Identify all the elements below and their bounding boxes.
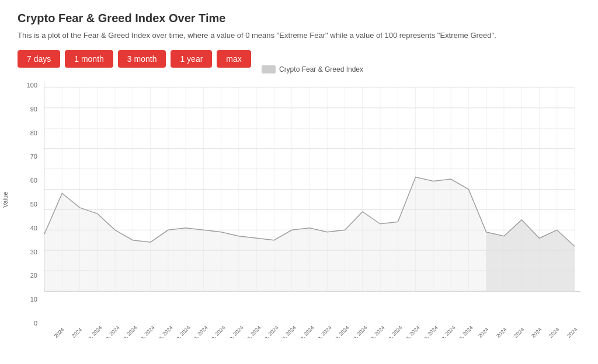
legend-swatch (262, 65, 276, 74)
y-axis-labels: 0 10 20 30 40 50 60 70 80 90 100 (18, 82, 41, 327)
subtitle: This is a plot of the Fear & Greed Index… (18, 31, 580, 40)
btn-1year[interactable]: 1 year (171, 50, 212, 68)
y-axis-title: Value (2, 192, 9, 208)
btn-3month[interactable]: 3 month (118, 50, 166, 68)
btn-max[interactable]: max (217, 50, 251, 68)
chart-container: Value 0 10 20 30 40 50 60 70 80 90 100 C… (18, 82, 580, 327)
btn-7days[interactable]: 7 days (18, 50, 60, 68)
chart-svg (44, 82, 580, 291)
chart-area: Crypto Fear & Greed Index 8 Aug, 20249 A… (44, 82, 580, 292)
page-title: Crypto Fear & Greed Index Over Time (18, 12, 580, 25)
chart-legend: Crypto Fear & Greed Index (262, 65, 363, 74)
legend-label: Crypto Fear & Greed Index (279, 65, 363, 74)
btn-1month[interactable]: 1 month (65, 50, 113, 68)
